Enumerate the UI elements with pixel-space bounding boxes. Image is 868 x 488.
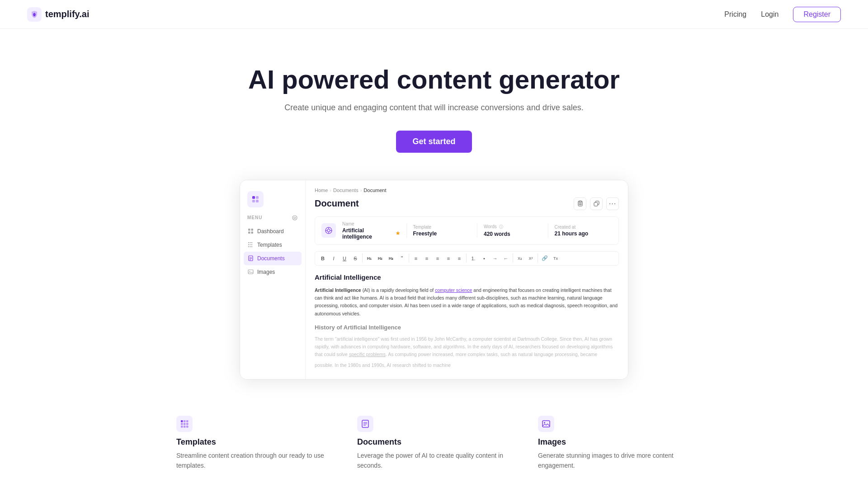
hero-section: AI powered content generator Create uniq… <box>0 29 868 180</box>
editor-content: Artificial Intelligence Artificial Intel… <box>315 272 619 369</box>
editor-link[interactable]: computer science <box>435 287 472 293</box>
app-preview: MENU Dashboard <box>0 180 868 380</box>
logo[interactable]: templify.ai <box>27 7 89 22</box>
name-label: Name <box>342 221 400 226</box>
h1-button[interactable]: H₁ <box>364 253 374 263</box>
doc-meta-icon <box>321 223 336 238</box>
feature-templates-desc: Streamline content creation through our … <box>176 450 330 471</box>
feature-templates: Templates Streamline content creation th… <box>176 416 330 471</box>
svg-rect-45 <box>184 426 186 428</box>
svg-rect-43 <box>186 423 189 425</box>
superscript-button[interactable]: X² <box>526 253 536 263</box>
sidebar-item-images[interactable]: Images <box>240 265 305 279</box>
breadcrumb-home[interactable]: Home <box>315 188 328 193</box>
ai-icon <box>325 226 333 235</box>
sidebar-item-documents[interactable]: Documents <box>244 252 302 265</box>
sidebar-item-documents-label: Documents <box>257 255 285 262</box>
indent-in-button[interactable]: → <box>490 253 500 263</box>
bold-button[interactable]: B <box>318 253 328 263</box>
feature-documents-title: Documents <box>357 437 511 447</box>
svg-rect-16 <box>250 246 250 247</box>
unordered-list-button[interactable]: • <box>479 253 489 263</box>
svg-rect-3 <box>252 200 255 202</box>
breadcrumb-sep-1: › <box>330 188 331 193</box>
breadcrumb-documents[interactable]: Documents <box>333 188 359 193</box>
sidebar-item-dashboard-label: Dashboard <box>257 228 284 235</box>
clear-format-button[interactable]: Tx <box>551 253 561 263</box>
login-link[interactable]: Login <box>761 10 778 19</box>
ordered-list-button[interactable]: 1. <box>468 253 478 263</box>
svg-rect-46 <box>186 426 189 428</box>
feature-images-icon <box>538 416 554 432</box>
underline-button[interactable]: U <box>340 253 349 263</box>
svg-rect-51 <box>542 421 550 427</box>
svg-rect-15 <box>250 244 250 245</box>
save-icon <box>577 201 583 206</box>
indent-button[interactable]: ≡ <box>454 253 464 263</box>
svg-rect-8 <box>251 229 253 231</box>
svg-rect-13 <box>248 246 249 247</box>
svg-point-33 <box>327 229 330 232</box>
feature-documents-icon <box>357 416 373 432</box>
editor-link-2[interactable]: specific problems <box>349 352 386 357</box>
copy-icon-button[interactable] <box>590 197 603 210</box>
doc-title-row: Document <box>315 197 619 210</box>
svg-rect-12 <box>248 244 249 245</box>
feature-images-svg <box>542 419 551 428</box>
svg-rect-24 <box>248 270 253 274</box>
template-value: Freestyle <box>413 230 471 237</box>
images-icon <box>247 269 254 275</box>
save-icon-button[interactable] <box>574 197 586 210</box>
more-options-button[interactable]: ··· <box>606 197 619 210</box>
editor-h1: Artificial Intelligence <box>315 272 619 283</box>
feature-templates-title: Templates <box>176 437 330 447</box>
info-icon: ⓘ <box>499 225 503 229</box>
svg-rect-39 <box>184 420 186 422</box>
svg-rect-42 <box>184 423 186 425</box>
doc-meta-template: Template Freestyle <box>413 225 471 237</box>
register-button[interactable]: Register <box>793 7 841 22</box>
toolbar-sep-1 <box>362 253 363 263</box>
feature-templates-icon <box>176 416 193 432</box>
svg-rect-31 <box>594 202 598 206</box>
doc-meta-name: Name Artificial intelligence ★ <box>342 221 400 240</box>
h2-button[interactable]: H₂ <box>375 253 385 263</box>
pricing-link[interactable]: Pricing <box>724 10 746 19</box>
h3-button[interactable]: H₃ <box>386 253 396 263</box>
meta-divider-3 <box>548 223 548 238</box>
doc-meta-words: Words ⓘ 420 words <box>484 224 542 237</box>
svg-rect-19 <box>251 246 252 247</box>
preview-main: Home › Documents › Document Document <box>306 180 628 379</box>
get-started-button[interactable]: Get started <box>396 131 472 153</box>
align-right-button[interactable]: ≡ <box>433 253 443 263</box>
doc-title: Document <box>315 198 359 209</box>
toolbar-sep-2 <box>409 253 409 263</box>
editor-p3: possible. In the 1980s and 1990s, AI res… <box>315 361 619 369</box>
subscript-button[interactable]: X₂ <box>515 253 525 263</box>
toolbar-sep-3 <box>466 253 467 263</box>
logo-icon <box>27 7 42 22</box>
copy-icon <box>594 201 599 206</box>
sidebar-item-templates[interactable]: Templates <box>240 238 305 252</box>
align-justify-button[interactable]: ≡ <box>443 253 453 263</box>
svg-rect-2 <box>256 196 259 199</box>
align-center-button[interactable]: ≡ <box>422 253 432 263</box>
feature-documents-svg <box>361 419 370 428</box>
link-button[interactable]: 🔗 <box>540 253 550 263</box>
svg-point-5 <box>294 217 296 219</box>
breadcrumb-current: Document <box>363 188 386 193</box>
toolbar-sep-4 <box>513 253 513 263</box>
indent-out-button[interactable]: ← <box>501 253 511 263</box>
sidebar-item-templates-label: Templates <box>257 242 282 248</box>
italic-button[interactable]: I <box>329 253 339 263</box>
quote-button[interactable]: " <box>397 253 407 263</box>
align-left-button[interactable]: ≡ <box>411 253 421 263</box>
svg-point-52 <box>544 422 545 423</box>
editor-bold-ai: Artificial Intelligence <box>315 287 361 293</box>
doc-meta-created: Created at 21 hours ago <box>555 225 613 237</box>
created-value: 21 hours ago <box>555 230 613 237</box>
strikethrough-button[interactable]: S <box>350 253 360 263</box>
sidebar-item-dashboard[interactable]: Dashboard <box>240 225 305 238</box>
sidebar-menu-label: MENU <box>240 215 305 225</box>
sidebar-item-images-label: Images <box>257 269 275 275</box>
